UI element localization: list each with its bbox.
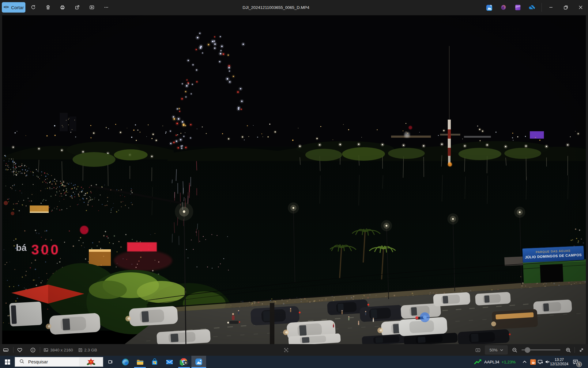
zoom-out-button[interactable] <box>510 346 519 354</box>
photo-canvas: bá 300 PARQUE D <box>2 15 586 344</box>
filmstrip-toggle[interactable] <box>2 346 10 354</box>
fit-to-window-button[interactable] <box>473 346 482 354</box>
statusbar-divider <box>13 347 13 353</box>
stock-widget[interactable]: AAPL34 +1,23% <box>474 356 516 368</box>
zoom-slider-thumb[interactable] <box>525 347 530 353</box>
albums-button[interactable] <box>514 3 522 11</box>
search-icon <box>19 359 24 365</box>
taskbar-chrome[interactable]: B <box>177 356 191 368</box>
info-icon <box>30 347 36 353</box>
delete-icon <box>45 4 51 10</box>
zoom-out-icon <box>511 347 518 353</box>
share-icon <box>74 4 80 10</box>
svg-text:B: B <box>185 361 187 364</box>
start-button[interactable] <box>0 356 15 368</box>
restore-button[interactable] <box>559 0 573 15</box>
tray-java-updater[interactable] <box>529 356 537 368</box>
java-icon <box>530 359 536 365</box>
search-highlight-cell[interactable] <box>79 357 103 366</box>
taskbar-search-input[interactable]: Pesquisar <box>15 357 103 367</box>
taskbar-edge[interactable] <box>118 356 133 368</box>
minimize-button[interactable] <box>544 0 558 15</box>
trending-up-icon <box>474 358 482 365</box>
taskbar-photos-active[interactable] <box>191 356 206 368</box>
clock-date: 12/12/2024 <box>550 362 568 366</box>
fullscreen-icon <box>578 347 585 353</box>
edit-image-ai-icon <box>485 4 493 11</box>
onedrive-offline-button[interactable] <box>528 3 536 11</box>
filesize-value: 2.3 GB <box>84 344 97 356</box>
notification-count-badge: 5 <box>576 362 582 367</box>
zoom-slider[interactable] <box>522 344 560 356</box>
designer-button[interactable] <box>499 3 507 11</box>
filmstrip-icon <box>2 347 9 353</box>
albums-icon <box>514 4 522 11</box>
favorite-heart-icon <box>17 347 23 353</box>
task-view-button[interactable] <box>103 356 118 368</box>
tray-network[interactable] <box>536 356 544 368</box>
tray-expand-button[interactable] <box>520 356 529 368</box>
close-icon <box>579 5 583 10</box>
zoom-in-button[interactable] <box>564 346 572 354</box>
taskbar-store[interactable] <box>147 356 162 368</box>
crop-icon <box>3 4 9 11</box>
zoom-level-dropdown[interactable]: 50% <box>485 345 508 355</box>
edge-icon <box>121 358 130 366</box>
resolution-icon <box>43 347 49 353</box>
designer-icon <box>500 4 507 11</box>
print-button[interactable] <box>56 2 69 13</box>
rotate-icon <box>30 4 36 10</box>
photo-viewport: bá 300 PARQUE D <box>0 15 588 344</box>
chevron-up-icon <box>522 360 527 364</box>
taskbar-file-explorer[interactable] <box>133 356 147 368</box>
onedrive-offline-icon <box>528 3 536 12</box>
fullscreen-button[interactable] <box>577 346 586 354</box>
mail-icon <box>165 358 174 366</box>
info-button[interactable] <box>28 346 37 354</box>
taskbar-mail[interactable] <box>162 356 177 368</box>
photos-icon <box>194 358 203 366</box>
slideshow-button[interactable] <box>86 2 98 13</box>
stock-symbol: AAPL34 <box>484 360 499 364</box>
titlebar-divider <box>541 3 542 12</box>
crop-button-label: Cortar <box>11 5 24 10</box>
taskbar-clock[interactable]: 13:27 12/12/2024 <box>549 356 569 368</box>
chevron-down-icon <box>500 349 503 351</box>
stock-change: +1,23% <box>502 360 516 364</box>
close-button[interactable] <box>573 0 588 15</box>
resolution-value: 3840 x 2160 <box>50 344 73 356</box>
rotate-button[interactable] <box>27 2 39 13</box>
status-bar: 3840 x 2160 2.3 GB 50% <box>0 344 588 356</box>
chrome-icon: B <box>180 358 188 366</box>
delete-button[interactable] <box>42 2 54 13</box>
task-view-icon <box>107 359 114 365</box>
zoom-in-icon <box>565 347 571 353</box>
windows-taskbar: Pesquisar <box>0 356 588 368</box>
statusbar-divider-3 <box>575 347 575 353</box>
restore-icon <box>564 5 568 10</box>
fit-to-window-icon <box>475 347 481 353</box>
poinsettia-icon <box>86 357 96 366</box>
filesize-icon-holder <box>76 346 85 354</box>
more-icon <box>103 4 109 10</box>
filesize-icon <box>77 347 83 353</box>
favorite-button[interactable] <box>15 346 24 354</box>
night-lake-scene: bá 300 PARQUE D <box>2 15 586 344</box>
file-explorer-icon <box>136 358 144 366</box>
crop-button[interactable]: Cortar <box>2 2 25 13</box>
start-icon <box>5 359 10 365</box>
focus-icon <box>283 347 289 353</box>
minimize-icon <box>549 5 553 10</box>
vignette <box>2 15 586 344</box>
more-button[interactable] <box>100 2 112 13</box>
share-button[interactable] <box>71 2 83 13</box>
zoom-level-value: 50% <box>489 348 497 352</box>
clock-time: 13:27 <box>555 358 564 362</box>
focus-button[interactable] <box>282 346 290 354</box>
slideshow-icon <box>89 4 95 10</box>
statusbar-divider-2 <box>40 347 40 353</box>
store-icon <box>151 358 159 366</box>
edit-image-ai-button[interactable] <box>485 3 493 11</box>
resolution-icon-holder <box>42 346 50 354</box>
search-placeholder: Pesquisar <box>28 359 79 364</box>
